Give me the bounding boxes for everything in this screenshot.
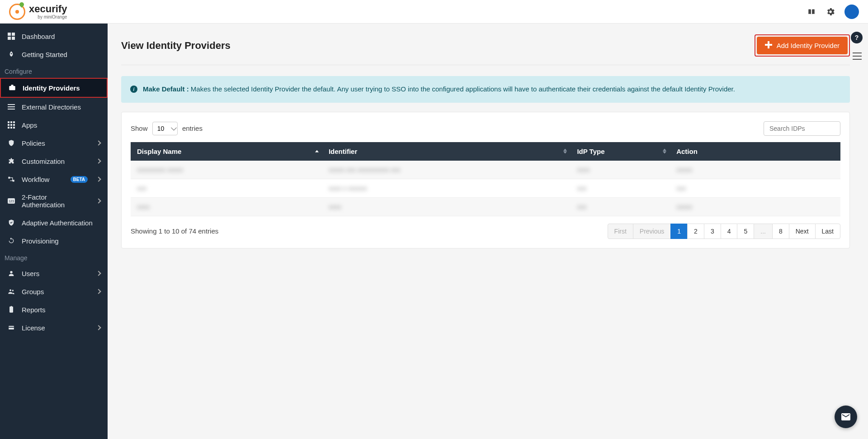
sidebar-item-workflow[interactable]: Workflow BETA	[0, 170, 108, 188]
info-box: i Make Default : Makes the selected Iden…	[121, 76, 850, 103]
sidebar-label: Apps	[22, 121, 100, 129]
entries-select[interactable]: 10	[152, 122, 178, 135]
sidebar-item-getting-started[interactable]: Getting Started	[0, 45, 108, 63]
svg-point-21	[9, 289, 11, 291]
cell-action: xxxxx	[670, 161, 840, 179]
svg-rect-16	[8, 177, 10, 179]
cell-type: xxx	[571, 197, 670, 216]
page-next[interactable]: Next	[789, 224, 816, 239]
sync-icon	[7, 237, 15, 245]
svg-rect-27	[853, 52, 862, 53]
sidebar-label: Workflow	[22, 176, 64, 183]
page-1[interactable]: 1	[670, 224, 688, 239]
svg-rect-3	[12, 37, 15, 40]
svg-rect-15	[13, 127, 15, 129]
sidebar-item-2fa[interactable]: 123 2-Factor Authentication	[0, 188, 108, 214]
col-idp-type[interactable]: IdP Type	[571, 142, 670, 161]
svg-rect-1	[12, 33, 15, 36]
sidebar-item-apps[interactable]: Apps	[0, 116, 108, 134]
svg-rect-12	[13, 124, 15, 126]
sidebar-item-adaptive-auth[interactable]: Adaptive Authentication	[0, 214, 108, 232]
page-header: View Identity Providers Add Identity Pro…	[121, 34, 850, 57]
add-identity-provider-button[interactable]: Add Identity Provider	[757, 37, 848, 54]
page-5[interactable]: 5	[737, 224, 754, 239]
sidebar-label: Provisioning	[22, 237, 100, 245]
chevron-right-icon	[96, 177, 101, 181]
logo-text: xecurify by miniOrange	[29, 4, 67, 19]
table-controls: Show 10 entries	[131, 121, 840, 136]
page-4[interactable]: 4	[721, 224, 738, 239]
hamburger-icon[interactable]	[853, 52, 862, 61]
pagination: FirstPrevious12345...8NextLast	[608, 224, 840, 239]
svg-rect-7	[8, 121, 9, 123]
sidebar-label: Policies	[22, 139, 90, 147]
table-row[interactable]: xxxxxxxxx xxxxxxxxxx xxx xxxxxxxxxx xxxx…	[131, 161, 840, 179]
sidebar-item-license[interactable]: License	[0, 319, 108, 337]
card-icon	[7, 324, 15, 332]
help-button[interactable]: ?	[851, 32, 863, 43]
shield-check-icon	[7, 219, 15, 227]
svg-rect-6	[8, 109, 15, 110]
col-display-name[interactable]: Display Name	[131, 142, 322, 161]
cell-identifier: xxxxx xxx xxxxxxxxxx xxx	[322, 161, 571, 179]
page-8[interactable]: 8	[772, 224, 789, 239]
cell-type: xxxx	[571, 161, 670, 179]
sidebar-label: Identity Providers	[23, 84, 99, 92]
user-avatar[interactable]	[844, 5, 859, 19]
sidebar-item-identity-providers[interactable]: Identity Providers	[0, 78, 108, 98]
sidebar-label: Reports	[22, 306, 100, 314]
chevron-right-icon	[96, 289, 101, 294]
sidebar-item-policies[interactable]: Policies	[0, 134, 108, 152]
chat-button[interactable]	[835, 406, 857, 428]
sidebar-item-customization[interactable]: Customization	[0, 152, 108, 170]
sidebar-label: Customization	[22, 157, 90, 165]
info-text: Make Default : Makes the selected Identi…	[143, 84, 735, 95]
book-icon[interactable]	[807, 7, 816, 17]
info-desc: Makes the selected Identity Provider the…	[189, 85, 735, 93]
page-last[interactable]: Last	[815, 224, 840, 239]
brand-name: xecurify	[29, 4, 67, 14]
svg-text:123: 123	[9, 200, 14, 203]
page-title: View Identity Providers	[121, 40, 231, 52]
sidebar-label: License	[22, 324, 90, 332]
cell-display: xxxx	[131, 197, 322, 216]
svg-rect-8	[10, 121, 12, 123]
sidebar-section-configure: Configure	[0, 63, 108, 78]
chevron-right-icon	[96, 271, 101, 276]
chevron-right-icon	[96, 140, 101, 145]
sidebar-item-groups[interactable]: Groups	[0, 282, 108, 301]
col-identifier[interactable]: Identifier	[322, 142, 571, 161]
sidebar-item-reports[interactable]: Reports	[0, 301, 108, 319]
page-...: ...	[754, 224, 773, 239]
sidebar: Dashboard Getting Started Configure Iden…	[0, 24, 108, 439]
clipboard-icon	[7, 305, 15, 314]
page-2[interactable]: 2	[687, 224, 704, 239]
svg-rect-29	[853, 59, 862, 60]
info-bold: Make Default :	[143, 85, 189, 93]
sidebar-item-users[interactable]: Users	[0, 264, 108, 282]
grid-icon	[7, 121, 15, 129]
sidebar-label: Users	[22, 270, 90, 277]
top-header: xecurify by miniOrange	[0, 0, 868, 24]
page-3[interactable]: 3	[704, 224, 721, 239]
svg-rect-2	[8, 37, 11, 40]
workflow-icon	[7, 175, 15, 183]
svg-rect-13	[8, 127, 9, 129]
table-row[interactable]: xxxxxxx x xxxxxxxxxxxx	[131, 179, 840, 197]
brand-logo[interactable]: xecurify by miniOrange	[9, 4, 67, 20]
table-card: Show 10 entries Display Name Identifier	[121, 112, 850, 248]
cell-display: xxxxxxxxx xxxxx	[131, 161, 322, 179]
sidebar-item-provisioning[interactable]: Provisioning	[0, 232, 108, 250]
svg-rect-5	[8, 106, 15, 107]
table-row[interactable]: xxxxxxxxxxxxxxxx	[131, 197, 840, 216]
sidebar-item-dashboard[interactable]: Dashboard	[0, 27, 108, 45]
gear-icon[interactable]	[826, 7, 835, 17]
show-entries: Show 10 entries	[131, 122, 203, 135]
cell-action: xxx	[670, 179, 840, 197]
sidebar-section-manage: Manage	[0, 250, 108, 264]
svg-rect-28	[853, 56, 862, 57]
info-icon: i	[130, 86, 137, 93]
search-input[interactable]	[764, 121, 840, 136]
sidebar-item-external-directories[interactable]: External Directories	[0, 98, 108, 116]
table-info: Showing 1 to 10 of 74 entries	[131, 227, 218, 235]
